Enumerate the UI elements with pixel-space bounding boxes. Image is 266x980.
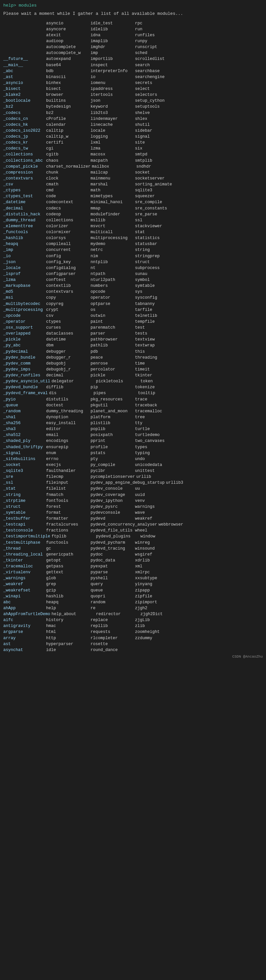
table-row: _pydevd_bundledifflibpiptokenize — [3, 384, 263, 390]
table-cell: tempfile — [135, 319, 179, 325]
table-cell: lindenmayer — [91, 116, 135, 122]
table-cell: parenmatch — [91, 325, 135, 331]
table-cell: fileinput — [46, 480, 91, 486]
table-cell: smtpd — [135, 151, 179, 158]
table-cell: _sha512 — [3, 432, 46, 438]
table-cell: scrolledlist — [135, 56, 179, 62]
table-cell: fractalcurves — [46, 522, 91, 528]
table-row: _ctypes_testcodemimetypessqueezer — [3, 193, 263, 199]
table-cell: ast — [3, 641, 46, 647]
table-cell: _distutils_hack — [3, 212, 46, 217]
table-row: _threading_localgenericpathpydocwsgiref — [3, 552, 263, 557]
table-cell: _elementtree — [3, 223, 46, 229]
table-cell: enum — [46, 450, 91, 456]
table-cell: _stat — [3, 486, 46, 492]
table-cell: warnings — [135, 504, 179, 510]
table-cell: ahAppFromTurtleDemo — [3, 611, 52, 617]
table-cell: struct — [135, 259, 179, 265]
table-row: _tracemallocgetpasspyexpatxml — [3, 563, 263, 570]
table-cell — [3, 26, 46, 32]
table-cell: runscript — [135, 44, 179, 50]
table-cell: autoexpand — [46, 56, 91, 62]
table-cell: editor — [46, 426, 91, 432]
table-cell: _lzma — [3, 277, 46, 283]
table-row: _py_abcdbmpathlibtextwrap — [3, 342, 263, 348]
table-row: _multiprocessingcryptostarfile — [3, 307, 263, 313]
table-cell: configparser — [46, 271, 91, 277]
table-cell: iomenu — [91, 80, 135, 86]
table-cell: browser — [46, 92, 91, 98]
table-row: audioopimaplibrunpy — [3, 38, 263, 44]
table-cell: _string — [3, 492, 46, 498]
table-cell: _sha256 — [3, 420, 46, 426]
table-cell: wsgiref — [135, 552, 179, 557]
table-cell: _testmultiphase — [3, 540, 46, 546]
table-cell: typing — [135, 450, 179, 456]
table-cell: sidebar — [135, 128, 179, 134]
table-row: _elementtreecolorizermsvcrtstackviewer — [3, 223, 263, 229]
table-row: _testcapifractalcurvespydevd_concurrency… — [3, 522, 263, 528]
table-cell: colorsys — [46, 235, 91, 241]
table-row: _markupbasecontextlibnumberssymtable — [3, 283, 263, 289]
table-cell: pydoc — [91, 552, 135, 557]
table-cell: debugger_r — [46, 355, 91, 361]
table-cell: wave — [135, 510, 179, 516]
table-cell: selectors — [135, 92, 179, 98]
table-cell: asyncio — [46, 21, 91, 26]
table-cell: searchbase — [135, 68, 179, 74]
table-cell: pydev_app_engine_debug_startup — [91, 480, 166, 486]
table-row: _sha512emailposixpathturtledemo — [3, 432, 263, 438]
table-cell: telnetlib — [135, 313, 179, 319]
table-cell: _pickle — [3, 337, 46, 342]
table-row: _weakrefsetgzipqueuezipapp — [3, 587, 263, 593]
table-cell: tree — [135, 414, 179, 420]
table-cell: outwin — [91, 313, 135, 319]
table-cell: _codecs_tw — [3, 146, 46, 151]
table-cell: pydevd_plugins — [96, 533, 140, 539]
table-cell: codecs — [46, 205, 91, 212]
table-row: autocompleteimghdrrunscript — [3, 44, 263, 50]
table-cell: clock — [46, 175, 91, 181]
table-cell: _pydev_asyncio_util — [3, 379, 52, 384]
table-cell: _thread — [3, 546, 46, 552]
table-cell: squeezer — [135, 193, 179, 199]
table-cell: _imp — [3, 247, 46, 253]
table-cell: distutils — [46, 396, 91, 402]
table-row: _collectionscgitbmacosxsmtpd — [3, 151, 263, 158]
table-cell: rpc — [135, 21, 179, 26]
table-cell: stat — [135, 229, 179, 235]
table-cell: imp — [91, 50, 135, 56]
table-row: _pydevd_frame_evaldispipestooltip — [3, 390, 263, 396]
table-cell: forest — [46, 504, 91, 510]
table-row: _stringfnmatchpydev_coverageuuid — [3, 492, 263, 498]
table-cell: query — [91, 581, 135, 587]
table-row: _pyiodistutilspkg_resourcestrace — [3, 396, 263, 402]
table-row: __main__base64inspectsearch — [3, 62, 263, 68]
table-cell: cmd — [46, 188, 91, 193]
table-row: _testbufferformatterpydevdweakref — [3, 516, 263, 522]
table-row: _decimalcodecsmmapsre_constants — [3, 205, 263, 212]
table-cell: _ssl — [3, 480, 46, 486]
table-cell: dbm — [46, 342, 91, 348]
table-cell: _bisect — [3, 86, 46, 92]
table-cell: dummy_threading — [46, 408, 91, 414]
table-cell: nt — [91, 265, 135, 271]
table-cell: calltip_w — [46, 134, 91, 140]
table-cell: crypt — [46, 307, 91, 313]
table-cell: _bz2 — [3, 104, 46, 110]
table-cell: token — [140, 379, 185, 384]
table-row: _codecs_jpcalltip_wloggingsignal — [3, 134, 263, 140]
table-cell: _testbuffer — [3, 516, 46, 522]
table-cell: colorizer — [46, 223, 91, 229]
table-row: _sqlite3faulthandlerpyclbrunittest — [3, 468, 263, 474]
table-cell: msvcrt — [91, 223, 135, 229]
table-cell: pkg_resources — [91, 396, 135, 402]
table-cell: _tracemalloc — [3, 563, 46, 570]
table-cell: fractions — [46, 528, 91, 533]
table-row: _sha256easy_installplistlibtty — [3, 420, 263, 426]
table-cell: pydevd_file_utils — [91, 528, 135, 533]
table-cell: turtle — [135, 426, 179, 432]
table-cell: wheel — [135, 528, 179, 533]
table-cell: _osx_support — [3, 325, 46, 331]
table-row: asthyperparserrosette — [3, 641, 263, 647]
